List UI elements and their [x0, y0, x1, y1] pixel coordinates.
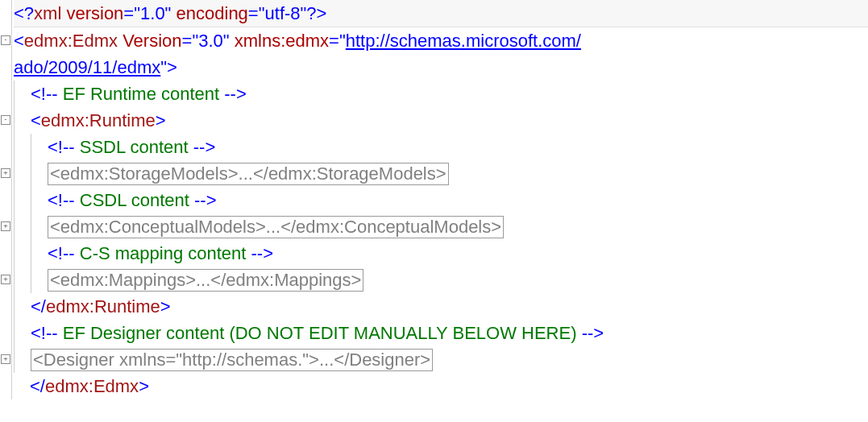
fold-toggle-runtime[interactable]: - — [1, 115, 10, 125]
runtime-open-line: <edmx:Runtime> — [14, 107, 868, 134]
runtime-close-line: </edmx:Runtime> — [14, 293, 868, 320]
xml-editor: - - + + + + <?xml version="1.0" encoding… — [0, 0, 868, 399]
designer-collapsed: <Designer xmlns="http://schemas.">...</D… — [14, 346, 868, 373]
fold-toggle-edmx[interactable]: - — [1, 35, 10, 45]
comment-csmapping: <!-- C-S mapping content --> — [14, 240, 868, 267]
edmx-close-line: </edmx:Edmx> — [14, 373, 868, 399]
collapsed-region[interactable]: <Designer xmlns="http://schemas.">...</D… — [31, 349, 433, 371]
schema-url-link-2[interactable]: ado/2009/11/edmx — [14, 57, 160, 77]
fold-toggle-mappings[interactable]: + — [1, 275, 10, 284]
code-lines[interactable]: <?xml version="1.0" encoding="utf-8"?> <… — [12, 0, 868, 399]
edmx-open-line-2: ado/2009/11/edmx"> — [14, 54, 868, 81]
folding-gutter: - - + + + + — [0, 0, 12, 399]
fold-toggle-storage[interactable]: + — [1, 168, 10, 178]
conceptual-models-collapsed: <edmx:ConceptualModels>...</edmx:Concept… — [14, 213, 868, 240]
comment-ef-designer: <!-- EF Designer content (DO NOT EDIT MA… — [14, 320, 868, 346]
collapsed-region[interactable]: <edmx:Mappings>...</edmx:Mappings> — [48, 269, 363, 292]
mappings-collapsed: <edmx:Mappings>...</edmx:Mappings> — [14, 267, 868, 293]
storage-models-collapsed: <edmx:StorageModels>...</edmx:StorageMod… — [14, 160, 868, 187]
comment-ef-runtime: <!-- EF Runtime content --> — [14, 81, 868, 107]
xml-declaration-line: <?xml version="1.0" encoding="utf-8"?> — [14, 0, 868, 27]
collapsed-region[interactable]: <edmx:StorageModels>...</edmx:StorageMod… — [48, 163, 449, 185]
fold-toggle-designer[interactable]: + — [1, 354, 10, 364]
comment-ssdl: <!-- SSDL content --> — [14, 134, 868, 160]
schema-url-link[interactable]: http://schemas.microsoft.com/ — [346, 31, 581, 51]
edmx-open-line: <edmx:Edmx Version="3.0" xmlns:edmx="htt… — [14, 27, 868, 54]
comment-csdl: <!-- CSDL content --> — [14, 187, 868, 213]
collapsed-region[interactable]: <edmx:ConceptualModels>...</edmx:Concept… — [48, 216, 504, 238]
fold-toggle-conceptual[interactable]: + — [1, 221, 10, 231]
